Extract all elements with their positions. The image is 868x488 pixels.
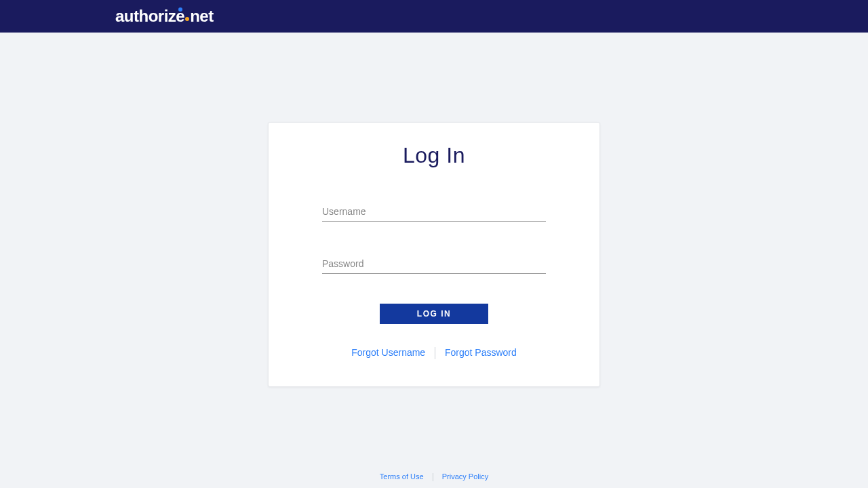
privacy-link[interactable]: Privacy Policy xyxy=(442,472,488,481)
app-header: authorize net xyxy=(0,0,868,33)
terms-link[interactable]: Terms of Use xyxy=(380,472,424,481)
page-footer: Terms of Use Privacy Policy xyxy=(0,472,868,481)
forgot-username-link[interactable]: Forgot Username xyxy=(351,347,425,358)
footer-separator xyxy=(433,473,433,481)
username-input[interactable] xyxy=(322,202,546,222)
link-separator xyxy=(435,347,435,359)
password-field-wrap xyxy=(322,254,546,274)
forgot-password-link[interactable]: Forgot Password xyxy=(445,347,517,358)
brand-text-net: net xyxy=(190,7,214,26)
username-field-wrap xyxy=(322,202,546,222)
forgot-links-row: Forgot Username Forgot Password xyxy=(296,347,572,359)
page-title: Log In xyxy=(296,143,572,168)
main-area: Log In LOG IN Forgot Username Forgot Pas… xyxy=(0,33,868,488)
logo-dot-icon xyxy=(185,17,189,21)
login-card: Log In LOG IN Forgot Username Forgot Pas… xyxy=(268,122,600,387)
login-button[interactable]: LOG IN xyxy=(380,304,488,324)
logo-accent-dot-icon xyxy=(178,7,182,12)
brand-text-authorize: authorize xyxy=(115,7,184,26)
brand-logo: authorize net xyxy=(115,7,214,26)
password-input[interactable] xyxy=(322,254,546,274)
